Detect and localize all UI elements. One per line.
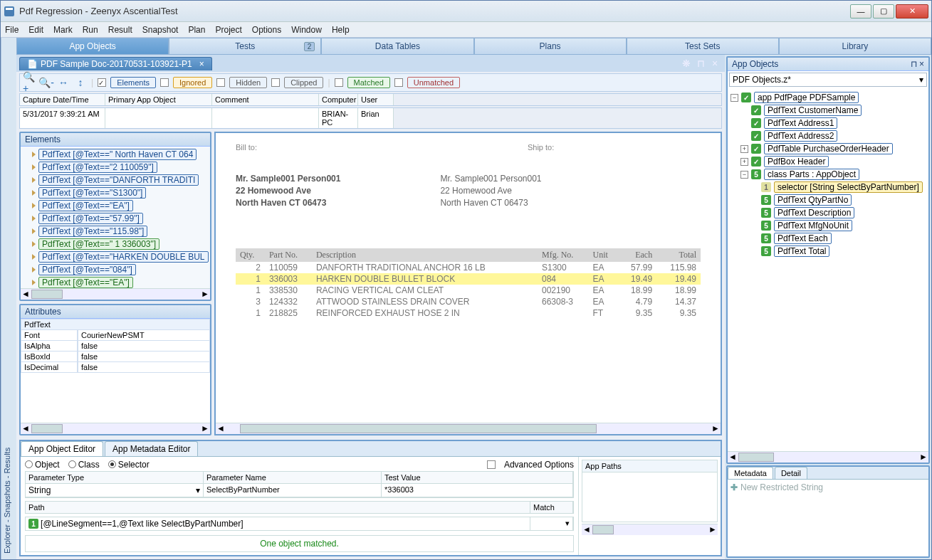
val-primary[interactable] [105, 108, 212, 128]
menu-window[interactable]: Window [291, 25, 322, 35]
tab-metadata[interactable]: Metadata [728, 467, 773, 479]
val-comment[interactable] [212, 108, 319, 128]
tab-close-icon[interactable]: × [199, 59, 204, 69]
pill-unmatched[interactable]: Unmatched [407, 77, 460, 88]
pill-elements[interactable]: Elements [110, 77, 156, 88]
menu-mark[interactable]: Mark [53, 25, 73, 35]
tree-row[interactable]: PdfText [@Text=="2 110059"] [22, 161, 209, 174]
attributes-header: Attributes [21, 305, 210, 319]
tree-row[interactable]: PdfText [@Text==" 1 336003"] [22, 238, 209, 250]
chk-advanced[interactable] [487, 460, 496, 469]
path-value[interactable]: 1 [@LineSegment==1,@Text like SelectByPa… [26, 517, 530, 531]
match-dropdown[interactable]: ▾ [530, 517, 573, 531]
chk-unmatched[interactable] [394, 78, 403, 87]
radio-class[interactable]: Class [68, 460, 100, 470]
chk-elements[interactable] [98, 78, 106, 87]
test-value[interactable]: *336003 [382, 484, 573, 497]
tree-row[interactable]: PdfText [@Text=="115.98"] [22, 225, 209, 238]
menu-result[interactable]: Result [108, 25, 132, 35]
tree-row[interactable]: PdfText [@Text=="084"] [22, 263, 209, 276]
fit-height-icon[interactable]: ↕ [74, 76, 87, 89]
add-icon[interactable]: ✚ [731, 482, 738, 492]
pill-clipped[interactable]: Clipped [284, 77, 323, 88]
tab-data-tables[interactable]: Data Tables [321, 38, 473, 55]
tab-plans[interactable]: Plans [474, 38, 627, 55]
menu-options[interactable]: Options [252, 25, 281, 35]
tab-test-sets[interactable]: Test Sets [627, 38, 779, 55]
app-paths-list[interactable] [582, 472, 718, 522]
pin-icon[interactable]: ⊓ [911, 59, 917, 69]
pdf-hscroll[interactable]: ◄► [216, 423, 721, 434]
menu-run[interactable]: Run [83, 25, 98, 35]
pill-hidden[interactable]: Hidden [229, 77, 267, 88]
maximize-button[interactable]: ▢ [873, 4, 894, 19]
fit-width-icon[interactable]: ↔ [57, 76, 70, 89]
close-button[interactable]: ✕ [896, 4, 928, 19]
attr-row[interactable]: IsDecimalfalse [21, 362, 210, 373]
tab-app-object-editor[interactable]: App Object Editor [21, 441, 103, 456]
attributes-panel: Attributes PdfText FontCourierNewPSMTIsA… [19, 304, 211, 435]
radio-object[interactable]: Object [25, 460, 60, 470]
menubar: File Edit Mark Run Result Snapshot Plan … [1, 22, 931, 38]
param-type[interactable]: String ▾ [26, 484, 204, 497]
chk-hidden[interactable] [216, 78, 225, 87]
chk-matched[interactable] [335, 78, 343, 87]
menu-help[interactable]: Help [332, 25, 350, 35]
radio-selector[interactable]: Selector [108, 460, 150, 470]
zoom-in-icon[interactable]: 🔍+ [23, 76, 36, 89]
tab-library[interactable]: Library [779, 38, 931, 55]
tree-row[interactable]: PdfText [@Text=="S1300"] [22, 186, 209, 199]
objtree-hscroll[interactable]: ◄► [728, 451, 928, 463]
menu-project[interactable]: Project [215, 25, 241, 35]
menu-plan[interactable]: Plan [188, 25, 205, 35]
elements-hscroll[interactable]: ◄► [21, 288, 210, 300]
objects-file-combo[interactable]: PDF Objects.z*▾ [729, 73, 927, 87]
elements-tree[interactable]: PdfText [@Text==" North Haven CT 064PdfT… [21, 147, 210, 288]
pill-ignored[interactable]: Ignored [173, 77, 212, 88]
attr-row[interactable]: FontCourierNewPSMT [21, 330, 210, 341]
close-panel-icon[interactable]: × [709, 58, 721, 69]
pin-icon[interactable]: ⊓ [695, 58, 706, 69]
view-toolbar: 🔍+ 🔍- ↔ ↕ | Elements Ignored Hidden Clip… [19, 73, 722, 92]
menu-file[interactable]: File [5, 25, 19, 35]
attributes-grid[interactable]: PdfText FontCourierNewPSMTIsAlphafalseIs… [21, 319, 210, 422]
tree-row[interactable]: PdfText [@Text=="EA"] [22, 199, 209, 212]
apppaths-hscroll[interactable]: ◄► [582, 524, 718, 535]
tree-row[interactable]: PdfText [@Text=="EA"] [22, 276, 209, 288]
gear-icon[interactable]: ❋ [681, 58, 692, 69]
attrs-hscroll[interactable]: ◄► [21, 423, 210, 434]
tab-detail[interactable]: Detail [775, 467, 807, 479]
order-table: Qty.Part No. DescriptionMfg. No. UnitEac… [236, 248, 701, 319]
tab-tests[interactable]: Tests2 [169, 38, 321, 55]
zoom-out-icon[interactable]: 🔍- [40, 76, 53, 89]
bullet-icon [32, 203, 36, 208]
param-name[interactable]: SelectByPartNumber [204, 484, 382, 497]
attr-row[interactable]: IsAlphafalse [21, 341, 210, 352]
menu-snapshot[interactable]: Snapshot [142, 25, 179, 35]
metadata-placeholder: New Restricted String [740, 482, 823, 492]
tab-app-metadata-editor[interactable]: App Metadata Editor [105, 441, 198, 456]
bullet-icon [32, 164, 36, 170]
right-panel-title: App Objects [732, 59, 778, 69]
document-tab[interactable]: 📄 PDF Sample Doc-20170531-103921-P1 × [19, 57, 212, 70]
bill-address: Mr. Sample001 Person00122 Homewood AveNo… [236, 173, 340, 208]
pill-matched[interactable]: Matched [347, 77, 390, 88]
val-capture-date: 5/31/2017 9:39:21 AM [20, 108, 105, 128]
pdf-body[interactable]: Bill to: Ship to: Mr. Sample001 Person00… [216, 133, 721, 423]
tree-row[interactable]: PdfText [@Text==" North Haven CT 064 [22, 148, 209, 161]
app-icon [4, 6, 15, 17]
menu-edit[interactable]: Edit [28, 25, 43, 35]
tree-row[interactable]: PdfText [@Text=="57.99"] [22, 212, 209, 225]
minimize-button[interactable]: — [850, 4, 871, 19]
chk-ignored[interactable] [160, 78, 169, 87]
chk-clipped[interactable] [271, 78, 280, 87]
metadata-body[interactable]: ✚New Restricted String [728, 480, 928, 495]
left-tool-tabs[interactable]: Explorer - Snapshots - Results [1, 38, 16, 559]
tree-row[interactable]: PdfText [@Text=="DANFORTH TRADITI [22, 174, 209, 186]
right-dock: App Objects ⊓ × PDF Objects.z*▾ −✓app Pd… [725, 55, 931, 559]
tab-app-objects[interactable]: App Objects [16, 38, 169, 55]
close-icon[interactable]: × [919, 59, 924, 69]
app-objects-tree[interactable]: −✓app PdfPage PDFSample ✓PdfText Custome… [728, 88, 928, 451]
tree-row[interactable]: PdfText [@Text=="HARKEN DOUBLE BUL [22, 250, 209, 263]
attr-row[interactable]: IsBoxIdfalse [21, 352, 210, 362]
